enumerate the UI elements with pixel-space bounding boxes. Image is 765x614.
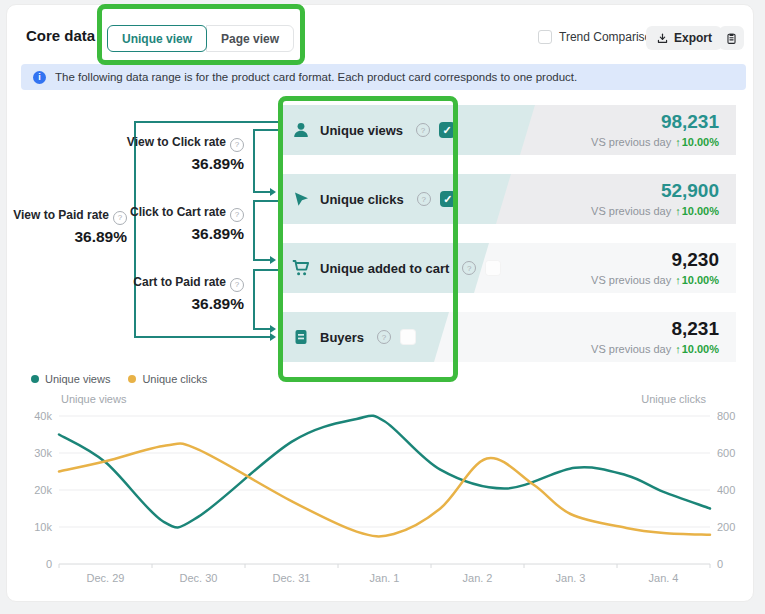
help-icon[interactable]: ?	[230, 138, 244, 152]
change-badge: ↑10.00%	[675, 343, 719, 355]
rate-label: View to Paid rate	[13, 208, 109, 222]
export-button[interactable]: Export	[646, 26, 722, 50]
help-icon[interactable]: ?	[417, 192, 431, 206]
check-icon: ✓	[443, 194, 452, 205]
funnel-row-unique-views: Unique views ? ✓ 98,231 VS previous day↑…	[279, 105, 736, 155]
funnel-row-unique-added-to-cart: Unique added to cart ? ✓ 9,230 VS previo…	[279, 243, 736, 293]
svg-text:Jan. 3: Jan. 3	[556, 572, 586, 584]
trend-chart: 0010k20020k40030k60040k800Dec. 29Dec. 30…	[17, 405, 747, 595]
svg-text:40k: 40k	[34, 410, 52, 422]
rate-label: Click to Cart rate	[130, 205, 226, 219]
vs-previous-day-label: VS previous day	[591, 205, 671, 217]
tab-unique-view[interactable]: Unique view	[107, 25, 207, 52]
svg-text:Dec. 30: Dec. 30	[180, 572, 218, 584]
export-label: Export	[674, 31, 712, 45]
check-icon: ✓	[442, 125, 451, 136]
svg-text:400: 400	[717, 484, 735, 496]
change-badge: ↑10.00%	[675, 274, 719, 286]
change-badge: ↑10.00%	[675, 136, 719, 148]
up-arrow-icon: ↑	[675, 205, 681, 217]
svg-text:Jan. 2: Jan. 2	[463, 572, 493, 584]
metric-value: 98,231	[591, 111, 719, 133]
view-tabs: Unique view Page view	[107, 25, 294, 52]
rate-label: Cart to Paid rate	[133, 275, 226, 289]
metric-value: 8,231	[591, 318, 719, 340]
svg-text:Jan. 1: Jan. 1	[370, 572, 400, 584]
svg-text:Dec. 31: Dec. 31	[273, 572, 311, 584]
cursor-icon	[291, 189, 311, 209]
page: { "header": { "title": "Core data", "tab…	[0, 0, 765, 614]
vs-previous-day-label: VS previous day	[591, 136, 671, 148]
trend-comparison-checkbox[interactable]	[538, 30, 552, 44]
metric-value-block: 8,231 VS previous day↑10.00%	[591, 318, 719, 355]
funnel-row-label: Unique clicks	[320, 192, 404, 207]
funnel-connector-step2-top	[253, 200, 279, 202]
svg-text:600: 600	[717, 447, 735, 459]
help-icon[interactable]: ?	[230, 278, 244, 292]
legend-label: Unique views	[45, 373, 110, 385]
cart-to-paid-rate: Cart to Paid rate? 36.89%	[133, 275, 244, 314]
svg-text:20k: 20k	[34, 484, 52, 496]
vs-previous-day-label: VS previous day	[591, 343, 671, 355]
up-arrow-icon: ↑	[675, 136, 681, 148]
funnel-row-label: Buyers	[320, 330, 364, 345]
change-badge: ↑10.00%	[675, 205, 719, 217]
metric-value: 9,230	[591, 249, 719, 271]
help-icon[interactable]: ?	[230, 208, 244, 222]
help-icon[interactable]: ?	[462, 261, 476, 275]
svg-text:200: 200	[717, 521, 735, 533]
help-icon[interactable]: ?	[113, 211, 127, 225]
metric-value-block: 9,230 VS previous day↑10.00%	[591, 249, 719, 286]
person-icon	[291, 120, 311, 140]
svg-text:0: 0	[717, 558, 723, 570]
svg-text:800: 800	[717, 410, 735, 422]
buyers-icon	[291, 327, 311, 347]
funnel-connector-overall-top	[134, 121, 279, 123]
clipboard-button[interactable]	[719, 26, 744, 50]
view-to-paid-rate: View to Paid rate? 36.89%	[13, 208, 127, 247]
rate-value: 36.89%	[13, 227, 127, 247]
svg-text:10k: 10k	[34, 521, 52, 533]
info-banner: i The following data range is for the pr…	[21, 64, 746, 90]
metric-value-block: 98,231 VS previous day↑10.00%	[591, 111, 719, 148]
legend-item-unique-clicks[interactable]: Unique clicks	[128, 373, 207, 385]
legend-item-unique-views[interactable]: Unique views	[31, 373, 110, 385]
funnel-connector-step2-vertical	[253, 200, 255, 260]
cart-icon	[291, 258, 311, 278]
up-arrow-icon: ↑	[675, 274, 681, 286]
funnel-row-buyers: Buyers ? ✓ 8,231 VS previous day↑10.00%	[279, 312, 736, 362]
funnel-row-label: Unique views	[320, 123, 403, 138]
arrow-right-icon	[270, 325, 276, 333]
right-axis-title: Unique clicks	[641, 393, 706, 405]
help-icon[interactable]: ?	[416, 123, 430, 137]
row-checkbox[interactable]: ✓	[400, 329, 416, 345]
rate-value: 36.89%	[130, 224, 244, 244]
funnel-connector-step1-bottom	[253, 191, 271, 193]
left-axis-title: Unique views	[61, 393, 126, 405]
arrow-right-icon	[270, 188, 276, 196]
row-checkbox[interactable]: ✓	[439, 122, 455, 138]
funnel-connector-step1-vertical	[253, 129, 255, 192]
svg-text:Jan. 4: Jan. 4	[649, 572, 679, 584]
vs-previous-day-label: VS previous day	[591, 274, 671, 286]
download-icon	[656, 32, 669, 45]
info-icon: i	[33, 71, 46, 84]
row-checkbox[interactable]: ✓	[485, 260, 501, 276]
arrow-right-icon	[270, 256, 276, 264]
legend-label: Unique clicks	[142, 373, 207, 385]
page-title: Core data	[26, 27, 95, 44]
funnel-connector-step3-vertical	[253, 269, 255, 329]
funnel-connector-step3-bottom	[253, 328, 271, 330]
rate-value: 36.89%	[127, 154, 244, 174]
info-banner-text: The following data range is for the prod…	[55, 71, 577, 83]
row-checkbox[interactable]: ✓	[440, 191, 456, 207]
tab-page-view[interactable]: Page view	[206, 25, 294, 52]
trend-comparison-toggle[interactable]: Trend Comparison	[538, 30, 658, 44]
legend-dot	[31, 375, 39, 383]
click-to-cart-rate: Click to Cart rate? 36.89%	[130, 205, 244, 244]
svg-text:30k: 30k	[34, 447, 52, 459]
svg-text:Dec. 29: Dec. 29	[87, 572, 125, 584]
up-arrow-icon: ↑	[675, 343, 681, 355]
help-icon[interactable]: ?	[377, 330, 391, 344]
clipboard-icon	[725, 32, 738, 45]
